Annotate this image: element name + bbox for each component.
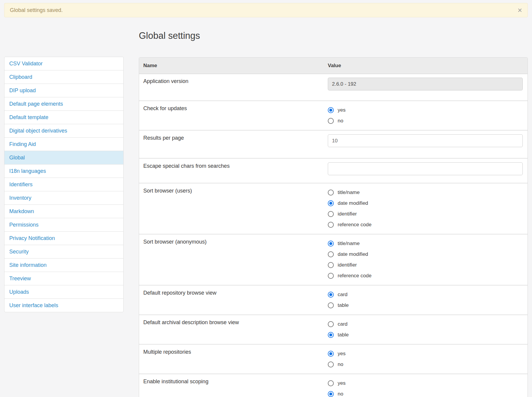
setting-name: Escape special chars from searches (139, 159, 323, 183)
radio-label: yes (338, 380, 345, 386)
sidebar-item-security[interactable]: Security (4, 245, 123, 258)
radio-selected-icon[interactable] (328, 292, 334, 298)
table-row: Sort browser (users)title/namedate modif… (139, 183, 528, 234)
content-layout: CSV ValidatorClipboardDIP uploadDefault … (0, 17, 532, 397)
text-field[interactable] (328, 134, 523, 147)
page-title: Global settings (139, 29, 528, 42)
table-row: Application version (139, 74, 528, 100)
sidebar-item-treeview[interactable]: Treeview (4, 272, 123, 285)
sidebar-item-i18n-languages[interactable]: I18n languages (4, 164, 123, 178)
sidebar-item-csv-validator[interactable]: CSV Validator (4, 57, 123, 70)
main-panel: Global settings Name Value Application v… (139, 17, 528, 397)
setting-value (323, 74, 528, 100)
radio-option[interactable]: reference code (328, 219, 523, 230)
radio-unselected-icon[interactable] (328, 251, 334, 257)
setting-value: yesno (323, 345, 528, 373)
setting-name: Check for updates (139, 101, 323, 130)
sidebar-item-uploads[interactable]: Uploads (4, 285, 123, 298)
radio-option[interactable]: yes (328, 378, 523, 389)
radio-option[interactable]: table (328, 330, 523, 340)
table-row: Default repository browse viewcardtable (139, 285, 528, 314)
setting-name: Sort browser (anonymous) (139, 235, 323, 285)
radio-label: yes (338, 107, 345, 113)
sidebar-item-digital-object-derivatives[interactable]: Digital object derivatives (4, 124, 123, 137)
radio-option[interactable]: date modified (328, 198, 523, 209)
text-field[interactable] (328, 162, 523, 175)
radio-option[interactable]: no (328, 389, 523, 397)
table-row: Default archival description browse view… (139, 314, 528, 344)
radio-option[interactable]: no (328, 116, 523, 126)
radio-selected-icon[interactable] (328, 107, 334, 113)
sidebar-item-clipboard[interactable]: Clipboard (4, 70, 123, 84)
radio-selected-icon[interactable] (328, 241, 334, 247)
table-body: Application versionCheck for updatesyesn… (139, 74, 528, 397)
radio-option[interactable]: table (328, 300, 523, 311)
sidebar-item-permissions[interactable]: Permissions (4, 218, 123, 231)
radio-label: reference code (338, 273, 371, 279)
radio-unselected-icon[interactable] (328, 118, 334, 124)
radio-option[interactable]: date modified (328, 249, 523, 260)
radio-unselected-icon[interactable] (328, 302, 334, 308)
radio-selected-icon[interactable] (328, 351, 334, 357)
radio-option[interactable]: title/name (328, 238, 523, 249)
sidebar-item-site-information[interactable]: Site information (4, 258, 123, 272)
setting-name: Default archival description browse view (139, 315, 323, 344)
radio-selected-icon[interactable] (328, 391, 334, 397)
column-header-value: Value (323, 58, 528, 74)
sidebar-item-finding-aid[interactable]: Finding Aid (4, 137, 123, 151)
sidebar-item-default-template[interactable]: Default template (4, 110, 123, 124)
setting-value: yesno (323, 101, 528, 130)
sidebar-item-privacy-notification[interactable]: Privacy Notification (4, 231, 123, 245)
radio-unselected-icon[interactable] (328, 361, 334, 367)
radio-option[interactable]: identifier (328, 260, 523, 270)
radio-label: no (338, 361, 343, 367)
radio-option[interactable]: card (328, 289, 523, 300)
radio-option[interactable]: card (328, 319, 523, 330)
radio-label: identifier (338, 211, 357, 217)
radio-unselected-icon[interactable] (328, 273, 334, 279)
setting-value: cardtable (323, 315, 528, 344)
table-row: Check for updatesyesno (139, 100, 528, 130)
sidebar-item-inventory[interactable]: Inventory (4, 191, 123, 204)
sidebar-item-identifiers[interactable]: Identifiers (4, 178, 123, 191)
readonly-text-field (328, 78, 523, 90)
table-row: Multiple repositoriesyesno (139, 344, 528, 373)
radio-selected-icon[interactable] (328, 332, 334, 338)
radio-option[interactable]: yes (328, 348, 523, 359)
success-alert: Global settings saved. × (4, 3, 528, 17)
radio-unselected-icon[interactable] (328, 380, 334, 386)
sidebar-item-global[interactable]: Global (4, 151, 123, 164)
radio-unselected-icon[interactable] (328, 321, 334, 327)
sidebar-item-user-interface-labels[interactable]: User interface labels (4, 298, 123, 312)
sidebar-item-markdown[interactable]: Markdown (4, 204, 123, 218)
setting-name: Enable institutional scoping (139, 374, 323, 397)
radio-option[interactable]: reference code (328, 270, 523, 281)
sidebar-item-dip-upload[interactable]: DIP upload (4, 84, 123, 97)
radio-label: table (338, 332, 349, 338)
radio-option[interactable]: yes (328, 105, 523, 116)
radio-label: yes (338, 351, 345, 357)
radio-unselected-icon[interactable] (328, 262, 334, 268)
setting-name: Results per page (139, 131, 323, 158)
setting-name: Sort browser (users) (139, 184, 323, 234)
radio-label: title/name (338, 190, 360, 196)
radio-option[interactable]: no (328, 359, 523, 370)
close-icon[interactable]: × (518, 6, 522, 14)
settings-table: Name Value Application versionCheck for … (139, 57, 528, 397)
setting-value (323, 131, 528, 158)
table-row: Results per page (139, 130, 528, 158)
radio-unselected-icon[interactable] (328, 211, 334, 217)
radio-option[interactable]: identifier (328, 209, 523, 219)
sidebar-item-default-page-elements[interactable]: Default page elements (4, 97, 123, 110)
radio-option[interactable]: title/name (328, 187, 523, 198)
radio-unselected-icon[interactable] (328, 190, 334, 196)
radio-label: title/name (338, 241, 360, 247)
radio-label: card (338, 292, 348, 298)
setting-value: title/namedate modifiedidentifierreferen… (323, 184, 528, 234)
radio-selected-icon[interactable] (328, 200, 334, 206)
radio-unselected-icon[interactable] (328, 222, 334, 228)
setting-value: title/namedate modifiedidentifierreferen… (323, 235, 528, 285)
table-header-row: Name Value (139, 58, 528, 74)
radio-label: no (338, 118, 343, 124)
radio-label: reference code (338, 222, 371, 228)
